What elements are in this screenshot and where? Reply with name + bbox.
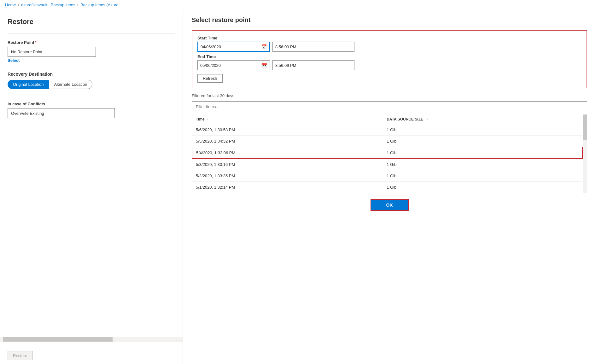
refresh-button[interactable]: Refresh: [197, 74, 223, 83]
size-sort-icon[interactable]: ↑↓: [425, 118, 428, 121]
breadcrumb-home[interactable]: Home: [5, 3, 16, 7]
filter-items-input[interactable]: [192, 101, 587, 112]
refresh-row: Refresh: [197, 74, 581, 83]
horizontal-scrollbar[interactable]: [0, 337, 183, 342]
end-time-input[interactable]: [272, 60, 354, 70]
table-row[interactable]: 5/6/2020, 1:30:58 PM1 Gib: [192, 124, 582, 136]
start-calendar-icon[interactable]: 📅: [261, 44, 267, 49]
left-panel: Restore Restore Point* No Restore Point …: [0, 10, 183, 364]
scrollbar-thumb: [583, 114, 587, 140]
breadcrumb-sep-2: ›: [77, 3, 79, 7]
conflicts-label: In case of Conflicts: [8, 102, 175, 106]
breadcrumb: Home › azurefilesvault | Backup items › …: [0, 0, 596, 10]
cell-time: 5/1/2020, 1:32:14 PM: [192, 182, 383, 193]
original-location-button[interactable]: Original Location: [8, 80, 49, 89]
right-panel: Select restore point Start Time 04/06/20…: [183, 10, 596, 364]
restore-point-group: Restore Point* No Restore Point Select: [8, 40, 175, 63]
col-data-source-size[interactable]: DATA SOURCE SIZE ↑↓: [383, 114, 582, 124]
cell-time: 5/3/2020, 1:30:16 PM: [192, 159, 383, 170]
list-area: Time ↑↓ DATA SOURCE SIZE ↑↓ 5/6/2020, 1:…: [192, 114, 583, 193]
col-time[interactable]: Time ↑↓: [192, 114, 383, 124]
table-row[interactable]: 5/3/2020, 1:30:16 PM1 Gib: [192, 159, 582, 170]
conflicts-input[interactable]: [8, 108, 115, 118]
main-container: Restore Restore Point* No Restore Point …: [0, 10, 596, 364]
page-title: Restore: [8, 18, 175, 26]
restore-table: Time ↑↓ DATA SOURCE SIZE ↑↓ 5/6/2020, 1:…: [192, 114, 583, 193]
table-row[interactable]: 5/5/2020, 1:34:32 PM1 Gib: [192, 136, 582, 147]
cell-size: 1 Gib: [383, 124, 582, 136]
select-link[interactable]: Select: [8, 58, 20, 63]
start-time-input[interactable]: [272, 42, 354, 52]
cell-time: 5/5/2020, 1:34:32 PM: [192, 136, 383, 147]
end-date-input[interactable]: 05/06/2020 📅: [197, 60, 270, 70]
end-time-label: End Time: [197, 54, 223, 59]
restore-point-row: No Restore Point: [8, 47, 175, 57]
breadcrumb-items[interactable]: Backup Items (Azure: [80, 3, 119, 7]
cell-size: 1 Gib: [383, 159, 582, 170]
time-sort-icon[interactable]: ↑↓: [207, 118, 210, 121]
table-row[interactable]: 5/2/2020, 1:33:35 PM1 Gib: [192, 170, 582, 182]
cell-size: 1 Gib: [383, 147, 582, 159]
end-calendar-icon[interactable]: 📅: [262, 63, 267, 68]
list-container: Time ↑↓ DATA SOURCE SIZE ↑↓ 5/6/2020, 1:…: [192, 114, 587, 193]
cell-size: 1 Gib: [383, 182, 582, 193]
recovery-destination-label: Recovery Destination: [8, 72, 175, 77]
start-time-label: Start Time: [197, 36, 223, 40]
restore-point-label: Restore Point*: [8, 40, 175, 45]
bottom-bar: Restore: [0, 347, 183, 364]
divider-1: [8, 33, 175, 34]
recovery-destination-group: Recovery Destination Original Location A…: [8, 72, 175, 89]
cell-time: 5/6/2020, 1:30:58 PM: [192, 124, 383, 136]
table-row[interactable]: 5/4/2020, 1:33:06 PM1 Gib: [192, 147, 582, 159]
ok-button[interactable]: OK: [371, 199, 409, 211]
breadcrumb-sep-1: ›: [18, 3, 19, 7]
start-date-input[interactable]: 04/06/2020 📅: [197, 42, 270, 52]
required-marker: *: [35, 40, 37, 45]
cell-size: 1 Gib: [383, 170, 582, 182]
restore-point-input: No Restore Point: [8, 47, 96, 57]
scrollbar-thumb-horizontal: [3, 337, 113, 342]
cell-time: 5/4/2020, 1:33:06 PM: [192, 147, 383, 159]
filter-box: Start Time 04/06/2020 📅 End Time 05/06/2…: [192, 30, 587, 88]
cell-size: 1 Gib: [383, 136, 582, 147]
vertical-scrollbar[interactable]: [583, 114, 587, 193]
breadcrumb-vault[interactable]: azurefilesvault | Backup items: [21, 3, 75, 7]
filtered-text: Filtered for last 30 days: [192, 93, 587, 98]
alternate-location-button[interactable]: Alternate Location: [49, 80, 93, 89]
select-restore-point-title: Select restore point: [192, 16, 587, 24]
ok-row: OK: [192, 199, 587, 211]
conflicts-group: In case of Conflicts: [8, 102, 175, 118]
toggle-group: Original Location Alternate Location: [8, 80, 175, 89]
table-row[interactable]: 5/1/2020, 1:32:14 PM1 Gib: [192, 182, 582, 193]
restore-button[interactable]: Restore: [8, 351, 33, 360]
cell-time: 5/2/2020, 1:33:35 PM: [192, 170, 383, 182]
